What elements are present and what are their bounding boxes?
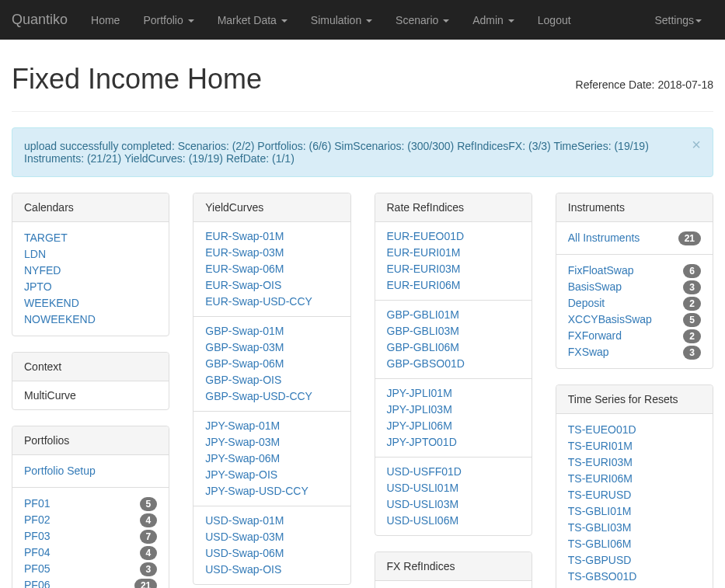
fx-refindices-panel: FX RefIndices EURUSD-USDGBPUSD-USDUSDJPY…	[375, 551, 532, 588]
instrument-link[interactable]: XCCYBasisSwap	[568, 311, 652, 328]
timeseries-link[interactable]: TS-GBPUSD	[568, 552, 701, 569]
timeseries-link[interactable]: TS-EURI01M	[568, 438, 701, 454]
rateref-link[interactable]: EUR-EUEO01D	[387, 228, 520, 245]
instrument-count-badge: 2	[683, 297, 701, 311]
timeseries-panel: Time Series for Resets TS-EUEO01DTS-EURI…	[556, 384, 713, 588]
instrument-link[interactable]: FXSwap	[568, 344, 609, 360]
rateref-link[interactable]: JPY-JPTO01D	[387, 434, 520, 451]
nav-scenario[interactable]: Scenario	[384, 2, 461, 38]
timeseries-link[interactable]: TS-EURI03M	[568, 454, 701, 471]
rateref-link[interactable]: JPY-JPLI06M	[387, 418, 520, 434]
yieldcurve-link[interactable]: GBP-Swap-03M	[205, 339, 338, 356]
nav-portfolio[interactable]: Portfolio	[131, 2, 205, 38]
portfolio-link[interactable]: PF05	[24, 561, 50, 577]
portfolio-link[interactable]: PF01	[24, 496, 50, 512]
rateref-link[interactable]: GBP-GBSO01D	[387, 356, 520, 372]
timeseries-link[interactable]: TS-JPLI01M	[568, 585, 701, 588]
chevron-down-icon	[281, 19, 288, 23]
nav-logout[interactable]: Logout	[526, 2, 583, 38]
nav-settings[interactable]: Settings	[643, 2, 713, 38]
instrument-link[interactable]: FXForward	[568, 328, 622, 344]
reference-date: Reference Date: 2018-07-18	[576, 78, 713, 91]
nav-admin[interactable]: Admin	[461, 2, 526, 38]
panel-heading: Time Series for Resets	[556, 385, 713, 414]
context-value: MultiCurve	[12, 381, 169, 409]
portfolio-count-badge: 7	[140, 530, 158, 544]
calendars-panel: Calendars TARGETLDNNYFEDJPTOWEEKENDNOWEE…	[12, 193, 169, 336]
rateref-link[interactable]: USD-USLI06M	[387, 513, 520, 529]
alert-text: upload successfully completed: Scenarios…	[24, 140, 649, 165]
instrument-link[interactable]: BasisSwap	[568, 279, 622, 295]
chevron-down-icon	[443, 19, 449, 23]
timeseries-link[interactable]: TS-GBLI06M	[568, 536, 701, 552]
rateref-link[interactable]: EUR-EURI03M	[387, 261, 520, 277]
portfolio-setup-link[interactable]: Portfolio Setup	[24, 463, 157, 479]
timeseries-link[interactable]: TS-EUEO01D	[568, 422, 701, 438]
rateref-link[interactable]: EUR-EURI01M	[387, 245, 520, 261]
portfolio-link[interactable]: PF02	[24, 512, 50, 528]
instrument-count-badge: 3	[683, 280, 701, 294]
instrument-link[interactable]: Deposit	[568, 295, 605, 311]
yieldcurve-link[interactable]: EUR-Swap-01M	[205, 228, 338, 245]
rateref-link[interactable]: EUR-EURI06M	[387, 277, 520, 294]
panel-heading: Rate RefIndices	[375, 193, 532, 222]
portfolio-link[interactable]: PF04	[24, 545, 50, 561]
rateref-link[interactable]: USD-USLI03M	[387, 496, 520, 513]
page-title: Fixed Income Home	[12, 63, 262, 96]
instrument-count-badge: 3	[683, 346, 701, 360]
yieldcurve-link[interactable]: USD-Swap-01M	[205, 513, 338, 529]
rateref-link[interactable]: GBP-GBLI06M	[387, 339, 520, 356]
timeseries-link[interactable]: TS-EURI06M	[568, 471, 701, 487]
close-icon[interactable]: ×	[692, 136, 701, 154]
yieldcurve-link[interactable]: EUR-Swap-USD-CCY	[205, 294, 338, 310]
rateref-link[interactable]: JPY-JPLI01M	[387, 385, 520, 402]
calendar-link[interactable]: JPTO	[24, 279, 157, 295]
calendar-link[interactable]: WEEKEND	[24, 295, 157, 311]
yieldcurve-link[interactable]: GBP-Swap-USD-CCY	[205, 388, 338, 405]
rateref-link[interactable]: JPY-JPLI03M	[387, 402, 520, 418]
instrument-count-badge: 6	[683, 264, 701, 278]
calendar-link[interactable]: NOWEEKEND	[24, 311, 157, 328]
yieldcurve-link[interactable]: JPY-Swap-01M	[205, 418, 338, 434]
panel-heading: Instruments	[556, 193, 713, 222]
rateref-link[interactable]: GBP-GBLI01M	[387, 307, 520, 323]
portfolio-link[interactable]: PF03	[24, 528, 50, 545]
calendar-link[interactable]: TARGET	[24, 230, 157, 246]
timeseries-link[interactable]: TS-GBLI01M	[568, 503, 701, 520]
timeseries-link[interactable]: TS-GBSO01D	[568, 569, 701, 585]
nav-home[interactable]: Home	[79, 2, 131, 38]
timeseries-link[interactable]: TS-GBLI03M	[568, 520, 701, 536]
timeseries-link[interactable]: TS-EURUSD	[568, 487, 701, 503]
yieldcurve-link[interactable]: EUR-Swap-OIS	[205, 277, 338, 294]
chevron-down-icon	[188, 19, 194, 23]
yieldcurve-link[interactable]: USD-Swap-03M	[205, 529, 338, 545]
nav-simulation[interactable]: Simulation	[299, 2, 384, 38]
yieldcurve-link[interactable]: JPY-Swap-USD-CCY	[205, 483, 338, 499]
nav-market-data[interactable]: Market Data	[206, 2, 299, 38]
yieldcurve-link[interactable]: USD-Swap-06M	[205, 545, 338, 562]
panel-heading: YieldCurves	[193, 193, 350, 222]
portfolios-panel: Portfolios Portfolio Setup PF015PF024PF0…	[12, 426, 169, 588]
yieldcurve-link[interactable]: JPY-Swap-03M	[205, 434, 338, 451]
yieldcurve-link[interactable]: JPY-Swap-06M	[205, 451, 338, 467]
all-instruments-link[interactable]: All Instruments	[568, 230, 640, 246]
yieldcurve-link[interactable]: USD-Swap-OIS	[205, 562, 338, 578]
rateref-link[interactable]: GBP-GBLI03M	[387, 323, 520, 339]
portfolio-link[interactable]: PF06	[24, 577, 50, 588]
rateref-link[interactable]: USD-USLI01M	[387, 480, 520, 496]
instrument-link[interactable]: FixFloatSwap	[568, 263, 634, 279]
navbar-brand[interactable]: Quantiko	[0, 0, 79, 40]
panel-heading: FX RefIndices	[375, 552, 532, 581]
navbar: Quantiko HomePortfolio Market Data Simul…	[0, 0, 725, 40]
panel-heading: Calendars	[12, 193, 169, 222]
yieldcurve-link[interactable]: JPY-Swap-OIS	[205, 467, 338, 483]
yieldcurve-link[interactable]: GBP-Swap-OIS	[205, 372, 338, 388]
rateref-link[interactable]: USD-USFF01D	[387, 464, 520, 480]
instrument-count-badge: 5	[683, 313, 701, 327]
yieldcurve-link[interactable]: GBP-Swap-01M	[205, 323, 338, 339]
yieldcurve-link[interactable]: EUR-Swap-06M	[205, 261, 338, 277]
calendar-link[interactable]: NYFED	[24, 263, 157, 279]
yieldcurve-link[interactable]: GBP-Swap-06M	[205, 356, 338, 372]
calendar-link[interactable]: LDN	[24, 246, 157, 263]
yieldcurve-link[interactable]: EUR-Swap-03M	[205, 245, 338, 261]
